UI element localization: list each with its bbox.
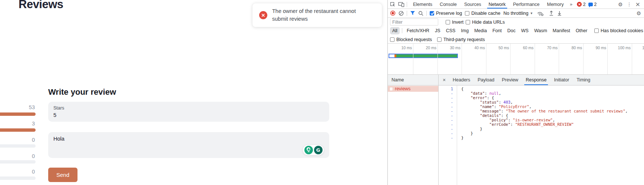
- detail-tab-timing[interactable]: Timing: [573, 75, 594, 85]
- grammarly-widget[interactable]: G: [303, 145, 324, 155]
- review-textarea[interactable]: Hola: [48, 132, 329, 158]
- detail-tab-headers[interactable]: Headers: [449, 75, 474, 85]
- blocked-requests-checkbox[interactable]: Blocked requests: [390, 37, 432, 42]
- record-network-log-icon[interactable]: [390, 10, 396, 16]
- type-filter-img[interactable]: Img: [459, 27, 471, 34]
- grammarly-suggestion-icon[interactable]: [304, 146, 313, 154]
- token-p: [461, 91, 470, 95]
- send-button[interactable]: Send: [48, 168, 77, 182]
- has-blocked-cookies-checkbox[interactable]: Has blocked cookies: [594, 28, 643, 33]
- type-filter-fetchxhr[interactable]: Fetch/XHR: [404, 27, 432, 34]
- inspect-element-icon[interactable]: [390, 1, 396, 7]
- invert-checkbox[interactable]: Invert: [446, 20, 463, 25]
- type-filter-js[interactable]: JS: [433, 27, 443, 34]
- fold-marker[interactable]: -: [439, 104, 453, 109]
- fold-marker[interactable]: -: [439, 91, 453, 95]
- fold-marker[interactable]: -: [439, 127, 453, 131]
- search-icon[interactable]: [418, 11, 423, 16]
- request-timing-bar[interactable]: [389, 54, 458, 58]
- import-har-icon[interactable]: [549, 10, 554, 16]
- tab-memory[interactable]: Memory: [543, 0, 567, 9]
- request-row-reviews[interactable]: reviews: [388, 86, 438, 92]
- error-badge[interactable]: ✕ 2: [577, 2, 585, 7]
- name-column-header[interactable]: Name: [388, 75, 439, 85]
- fold-marker[interactable]: -: [439, 100, 453, 104]
- fold-marker[interactable]: -: [439, 118, 453, 122]
- token-p: ,: [499, 91, 501, 95]
- error-circle-icon: ✕: [259, 11, 267, 19]
- type-filter-doc[interactable]: Doc: [505, 27, 518, 34]
- timeline-gridline: [413, 44, 413, 74]
- line-number-gutter[interactable]: 1-----------: [439, 85, 457, 185]
- network-conditions-icon[interactable]: [537, 10, 544, 16]
- timeline-tick-label: 110 ms: [633, 46, 644, 50]
- tab-elements[interactable]: Elements: [409, 0, 436, 9]
- filter-funnel-icon[interactable]: [410, 11, 415, 16]
- network-filter-input[interactable]: [390, 18, 438, 26]
- code-line: "errCode": "RESTAURANT_OWNER_REVIEW": [461, 122, 644, 127]
- checkbox-checked-icon[interactable]: [430, 11, 434, 16]
- tab-console[interactable]: Console: [436, 0, 460, 9]
- detail-tab-preview[interactable]: Preview: [498, 75, 522, 85]
- checkbox-icon[interactable]: [446, 20, 450, 24]
- checkbox-icon[interactable]: [437, 37, 442, 42]
- token-s: "is-owner-review": [513, 118, 552, 122]
- token-k: "data": [470, 91, 485, 95]
- token-p: :: [511, 122, 515, 127]
- network-settings-gear-icon[interactable]: ⚙: [635, 10, 642, 16]
- more-options-icon[interactable]: ⋮: [625, 1, 633, 7]
- token-p: : {: [501, 113, 508, 118]
- type-filter-media[interactable]: Media: [472, 27, 489, 34]
- throttling-dropdown[interactable]: No throttling ▾: [503, 11, 532, 16]
- token-p: }: [461, 135, 463, 140]
- disable-cache-checkbox[interactable]: Disable cache: [465, 11, 501, 16]
- token-p: :: [508, 118, 513, 122]
- device-toolbar-icon[interactable]: [398, 2, 404, 7]
- code-line: }: [461, 135, 644, 140]
- checkbox-icon[interactable]: [390, 37, 394, 42]
- token-k: "errCode": [489, 122, 511, 127]
- timeline-tick-label: 30 ms: [438, 46, 460, 50]
- type-filter-manifest[interactable]: Manifest: [551, 27, 572, 34]
- request-type-filters: AllFetch/XHRJSCSSImgMediaFontDocWSWasmMa…: [388, 26, 644, 35]
- detail-tab-payload[interactable]: Payload: [474, 75, 498, 85]
- fold-marker[interactable]: -: [439, 131, 453, 135]
- timeline-gridline: [510, 44, 511, 74]
- line-number[interactable]: 1: [439, 87, 453, 91]
- type-filter-font[interactable]: Font: [490, 27, 504, 34]
- more-tabs-chevron[interactable]: »: [568, 1, 574, 7]
- network-overview-timeline[interactable]: 10 ms20 ms30 ms40 ms50 ms60 ms70 ms80 ms…: [388, 44, 644, 75]
- stars-field[interactable]: Stars 5: [48, 102, 329, 122]
- fold-marker[interactable]: -: [439, 122, 453, 127]
- fold-marker[interactable]: -: [439, 113, 453, 118]
- rating-count: 0: [0, 169, 35, 175]
- type-filter-other[interactable]: Other: [574, 27, 589, 34]
- fold-marker[interactable]: -: [439, 95, 453, 100]
- detail-tab-response[interactable]: Response: [522, 75, 550, 85]
- timeline-tick-label: 80 ms: [560, 46, 582, 50]
- type-filter-all[interactable]: All: [390, 27, 400, 34]
- hide-data-urls-checkbox[interactable]: Hide data URLs: [466, 20, 505, 25]
- export-har-icon[interactable]: [557, 10, 562, 16]
- checkbox-icon[interactable]: [465, 11, 469, 16]
- type-filter-wasm[interactable]: Wasm: [532, 27, 549, 34]
- fold-marker[interactable]: -: [439, 109, 453, 113]
- tab-sources[interactable]: Sources: [460, 0, 485, 9]
- preserve-log-checkbox[interactable]: Preserve log: [430, 11, 462, 16]
- close-devtools-icon[interactable]: ×: [634, 1, 642, 8]
- checkbox-icon[interactable]: [466, 20, 470, 24]
- grammarly-logo-icon[interactable]: G: [314, 146, 323, 154]
- type-filter-css[interactable]: CSS: [444, 27, 458, 34]
- issues-badge[interactable]: 2: [588, 2, 597, 7]
- tab-network[interactable]: Network: [485, 0, 509, 9]
- error-count: 2: [583, 2, 585, 7]
- type-filter-ws[interactable]: WS: [519, 27, 531, 34]
- tab-performance[interactable]: Performance: [509, 0, 544, 9]
- fold-marker[interactable]: -: [439, 135, 453, 140]
- settings-gear-icon[interactable]: ⚙: [616, 1, 625, 7]
- third-party-requests-checkbox[interactable]: Third-party requests: [437, 37, 485, 42]
- close-detail-icon[interactable]: ×: [439, 77, 449, 83]
- detail-tab-initiator[interactable]: Initiator: [550, 75, 573, 85]
- checkbox-icon[interactable]: [594, 28, 599, 33]
- clear-network-log-icon[interactable]: [399, 11, 404, 16]
